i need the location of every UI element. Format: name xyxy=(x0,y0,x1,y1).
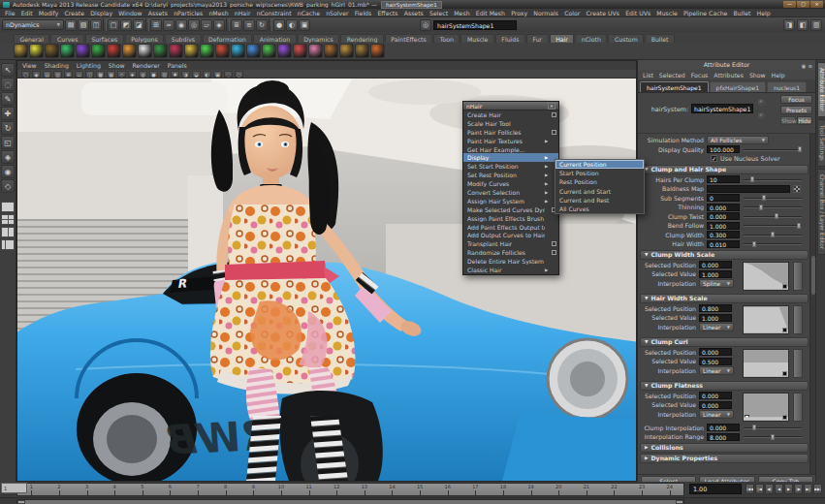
collapsed-section-header[interactable]: Collisions xyxy=(640,443,809,453)
hair-shelf-icon-18[interactable] xyxy=(277,44,292,58)
attribute-value-field[interactable]: 10 xyxy=(707,175,740,183)
output-connections-icon[interactable]: ≡ xyxy=(243,19,255,31)
ramp-curve-widget[interactable] xyxy=(743,349,789,378)
close-button[interactable]: × xyxy=(810,1,823,8)
display-submenu-item[interactable]: Current and Start xyxy=(555,187,644,196)
shelf-tab[interactable]: nCloth xyxy=(575,34,607,43)
nhair-menu-item[interactable]: Assign Hair System xyxy=(463,197,558,205)
status-icon[interactable] xyxy=(269,18,272,31)
frame-tick[interactable]: 21 xyxy=(573,484,601,495)
image-plane-icon[interactable]: ▧ xyxy=(53,71,62,78)
menu-item[interactable]: nCache xyxy=(295,10,323,16)
attribute-value-field[interactable]: 0 xyxy=(707,194,740,202)
hair-shelf-icon-20[interactable] xyxy=(308,44,323,58)
select-hierarchy-icon[interactable]: ▢ xyxy=(108,19,119,31)
attribute-slider[interactable] xyxy=(744,424,802,431)
panel-menu-item[interactable]: Lighting xyxy=(77,62,101,69)
hair-shelf-icon-2[interactable] xyxy=(29,44,44,58)
hair-shelf-icon-9[interactable] xyxy=(138,44,152,58)
attribute-slider[interactable] xyxy=(744,433,802,441)
shelf-tab[interactable]: PaintEffects xyxy=(385,34,432,43)
frame-tick[interactable]: 13 xyxy=(351,484,379,495)
resolution-gate-icon[interactable]: ◫ xyxy=(85,71,94,78)
frame-tick[interactable]: 15 xyxy=(406,484,434,495)
hair-shelf-icon-21[interactable] xyxy=(324,44,338,58)
hair-shelf-icon-6[interactable] xyxy=(91,44,106,58)
menu-item[interactable]: File xyxy=(2,10,18,16)
menu-item[interactable]: Select xyxy=(427,10,451,16)
render-settings-icon[interactable]: ▣ xyxy=(299,19,310,31)
nhair-menu-item[interactable]: Display xyxy=(463,153,558,162)
universal-manipulator-tool[interactable]: ◈ xyxy=(1,150,15,164)
shelf-tab[interactable]: Muscle xyxy=(460,34,493,43)
hair-shelf-icon-17[interactable] xyxy=(262,44,276,58)
frame-tick[interactable]: 17 xyxy=(461,484,490,495)
shelf-tab[interactable]: Deformation xyxy=(203,34,253,43)
menu-item[interactable]: Effects xyxy=(374,10,400,16)
hair-shelf-icon-3[interactable] xyxy=(45,44,59,58)
ramp-side-scrollbar[interactable] xyxy=(793,349,803,378)
grid-icon[interactable]: ⊞ xyxy=(64,71,73,78)
selection-field-icon[interactable]: ◎ xyxy=(420,19,431,31)
save-scene-icon[interactable]: ◫ xyxy=(90,19,102,31)
selected-position-field[interactable]: 0.000 xyxy=(699,392,732,399)
menu-item[interactable]: Edit UVs xyxy=(622,10,653,16)
frame-tick[interactable]: 12 xyxy=(323,484,351,495)
nhair-menu-item[interactable]: Scale Hair Tool xyxy=(463,119,558,128)
menu-item[interactable]: Color xyxy=(561,10,583,16)
nhair-menu-item[interactable]: Get Hair Example... xyxy=(463,145,558,154)
nhair-menu-item[interactable]: Create Hair xyxy=(463,110,558,119)
shelf-tab[interactable]: Surfaces xyxy=(85,34,124,43)
field-chart-icon[interactable]: ▦ xyxy=(107,71,115,78)
selected-value-field[interactable]: 0.500 xyxy=(699,358,732,365)
nhair-menu-item[interactable]: Paint Hair Textures xyxy=(463,137,558,145)
display-submenu-item[interactable]: Start Position xyxy=(555,169,644,177)
nhair-menu-item[interactable]: Convert Selection xyxy=(463,188,558,197)
go-to-end-button[interactable]: ▶▶| xyxy=(813,484,822,494)
camera-bookmark-icon[interactable]: ▤ xyxy=(43,71,51,78)
nhair-menu-item[interactable]: Add Output Curves to Hair xyxy=(463,231,558,239)
move-tool[interactable]: ✚ xyxy=(1,107,15,120)
menu-item[interactable]: Pipeline Cache xyxy=(681,10,731,16)
selected-value-field[interactable]: 0.000 xyxy=(699,401,732,409)
tool-settings-toggle-icon[interactable]: ◧ xyxy=(797,19,809,31)
lasso-select-tool[interactable]: ◌ xyxy=(1,78,15,91)
nhair-menu-item[interactable]: Set Start Position xyxy=(463,162,558,171)
title-bar[interactable]: Autodesk Maya 2013 Release Candidate x64… xyxy=(0,0,825,9)
range-slider[interactable] xyxy=(0,497,825,504)
menu-item[interactable]: Help xyxy=(754,10,774,16)
snap-projected-center-icon[interactable]: ◎ xyxy=(188,19,200,31)
menu-item[interactable]: Proxy xyxy=(508,10,530,16)
hair-shelf-icon-1[interactable] xyxy=(14,44,28,58)
range-end-handle[interactable] xyxy=(676,500,683,504)
attribute-value-field[interactable]: 0.300 xyxy=(707,231,740,238)
attribute-value-field[interactable]: 8.000 xyxy=(707,433,740,441)
input-connection-icon[interactable] xyxy=(758,99,765,106)
wireframe-icon[interactable]: ◍ xyxy=(139,71,147,78)
select-tool[interactable]: ↖ xyxy=(1,63,15,77)
ramp-curve-widget[interactable] xyxy=(743,262,789,291)
hair-shelf-icon-15[interactable] xyxy=(231,44,245,58)
frame-tick[interactable]: 19 xyxy=(517,484,545,495)
ramp-side-scrollbar[interactable] xyxy=(793,262,803,291)
output-connection-icon[interactable] xyxy=(758,112,765,119)
status-icon[interactable] xyxy=(145,18,149,31)
last-tool[interactable]: ◇ xyxy=(1,179,15,193)
snap-point-icon[interactable]: ◉ xyxy=(175,19,187,31)
current-time-field[interactable]: 1.00 xyxy=(689,484,742,494)
collapsed-section-header[interactable]: Dynamic Properties xyxy=(640,454,809,463)
ae-menu-item[interactable]: Help xyxy=(772,72,785,79)
frame-tick[interactable]: 7 xyxy=(184,484,212,495)
option-box-icon[interactable] xyxy=(552,112,556,117)
layout-two-pane-button[interactable] xyxy=(1,227,15,237)
attribute-value-field[interactable]: 1.000 xyxy=(707,222,740,230)
selected-value-field[interactable]: 1.000 xyxy=(699,270,732,278)
frame-tick[interactable]: 4 xyxy=(101,484,129,495)
frame-tick[interactable]: 10 xyxy=(268,484,296,495)
go-to-start-button[interactable]: |◀◀ xyxy=(746,484,754,494)
menu-item[interactable]: Bullet xyxy=(730,10,753,16)
maximize-button[interactable]: ▢ xyxy=(797,1,809,8)
time-slider-track[interactable]: 1 2 3 4 5 6 7 xyxy=(16,483,684,496)
ipr-render-icon[interactable]: ◐ xyxy=(286,19,298,31)
nhair-menu-item[interactable]: Modify Curves xyxy=(463,179,558,188)
